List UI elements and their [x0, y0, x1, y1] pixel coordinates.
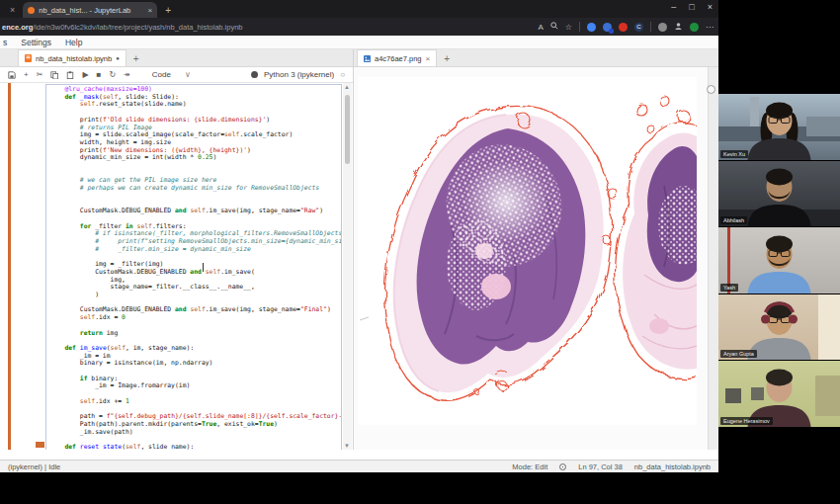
h-scrollbar-thumb[interactable] [36, 442, 44, 448]
status-filename: nb_data_histolab.ipynb [634, 462, 711, 471]
status-right: Mode: Edit Ln 97, Col 38 nb_data_histola… [512, 462, 711, 471]
scroll-indicator-icon[interactable] [707, 85, 715, 94]
search-icon[interactable] [550, 22, 558, 32]
collections-icon[interactable] [658, 23, 667, 32]
tab-image[interactable]: a4c76ae7.png × [357, 49, 437, 66]
text-cursor [201, 263, 207, 272]
url-text[interactable]: ence.org/ide/n3w0fv6lc2kdv/lab/tree/proj… [2, 23, 538, 32]
notebook-panel: nb_data_histolab.ipynb ● + + ✂ ▶ ■ ↻ [0, 49, 354, 450]
viewer-content[interactable] [354, 67, 718, 450]
unsaved-dot-icon[interactable]: ● [116, 55, 120, 61]
participant-name: Yash [720, 284, 738, 292]
favorites-star-icon[interactable]: ☆ [565, 23, 572, 32]
viewer-tab-bar: a4c76ae7.png × + [354, 49, 718, 67]
maximize-button[interactable]: □ [689, 2, 694, 12]
kernel-name[interactable]: Python 3 (ipykernel) [264, 70, 334, 79]
avatar[interactable] [690, 23, 699, 32]
address-bar[interactable]: ence.org/ide/n3w0fv6lc2kdv/lab/tree/proj… [0, 18, 718, 36]
jupyterlab-menu-bar: s Settings Help [0, 36, 718, 49]
address-bar-icons: A ☆ C ⋯ [538, 22, 714, 33]
image-viewer-panel: a4c76ae7.png × + [354, 49, 718, 450]
notebook-code-area[interactable]: @lru_cache(maxsize=100) def _mask(self, … [0, 83, 353, 450]
histology-image [358, 77, 697, 425]
notebook-tab-label: nb_data_histolab.ipynb [36, 54, 112, 63]
shared-screen: × nb_data_hist... - JupyterLab × + – □ ×… [0, 0, 840, 504]
scroll-down-icon[interactable]: ▼ [344, 443, 350, 449]
notebook-scrollbar[interactable]: ▲ ▼ [343, 83, 352, 450]
cell-type-dropdown[interactable]: Code∨ [152, 70, 191, 79]
scrollbar-thumb[interactable] [345, 95, 350, 164]
window-controls: – □ × [671, 2, 713, 12]
browser-tab-bar: × nb_data_hist... - JupyterLab × + – □ × [0, 0, 718, 18]
url-domain: ence.org [2, 23, 33, 32]
browser-tab-jupyterlab[interactable]: nb_data_hist... - JupyterLab × [23, 2, 157, 18]
menu-item-help[interactable]: Help [65, 38, 82, 47]
participant-name: Kevin Xu [720, 150, 748, 158]
minimize-button[interactable]: – [671, 2, 676, 12]
browser-menu-icon[interactable]: ⋯ [706, 23, 714, 32]
jupyter-favicon [28, 7, 35, 14]
viewer-tab-label: a4c76ae7.png [375, 54, 422, 63]
pinned-tab-close-icon[interactable]: × [10, 5, 15, 15]
new-notebook-tab-button[interactable]: + [133, 53, 139, 64]
browser-window: × nb_data_hist... - JupyterLab × + – □ ×… [0, 0, 718, 462]
participant-video-5[interactable]: Eugene Herasimov [718, 361, 840, 427]
kernel-indicator: Python 3 (ipykernel) ○ [251, 70, 345, 79]
scroll-up-icon[interactable]: ▲ [344, 84, 350, 90]
url-path: /ide/n3w0fv6lc2kdv/lab/tree/project/yash… [33, 23, 242, 32]
cell-type-value: Code [152, 70, 171, 79]
participant-video-1[interactable]: Kevin Xu [718, 94, 840, 160]
extension-icon-red[interactable] [619, 23, 628, 32]
new-viewer-tab-button[interactable]: + [444, 53, 450, 64]
notebook-tab-bar: nb_data_histolab.ipynb ● + [0, 49, 353, 67]
jupyterlab-app: s Settings Help nb_data_histolab.ipynb ●… [0, 36, 718, 462]
paste-cells-icon[interactable] [66, 71, 74, 79]
chevron-down-icon: ∨ [185, 70, 191, 79]
new-tab-button[interactable]: + [165, 5, 171, 16]
add-cell-icon[interactable]: + [24, 71, 29, 79]
participant-name: Eugene Herasimov [720, 417, 773, 425]
participant-name: Aryan Gupta [720, 350, 757, 358]
cursor-position[interactable]: Ln 97, Col 38 [578, 462, 623, 471]
participant-video-4[interactable]: Aryan Gupta [718, 294, 840, 361]
extension-icon-blue[interactable] [587, 23, 596, 32]
toolbar-divider [579, 22, 580, 32]
mode-indicator[interactable]: Mode: Edit [512, 462, 547, 471]
copy-cells-icon[interactable] [50, 71, 58, 79]
kernel-status-text[interactable]: (ipykernel) | Idle [8, 462, 60, 471]
code-text[interactable]: @lru_cache(maxsize=100) def _mask(self, … [49, 86, 341, 450]
extension-badge [609, 29, 614, 34]
extension-icon-blue-badged[interactable] [603, 23, 612, 32]
kernel-status-icon: ○ [340, 70, 345, 79]
cut-cells-icon[interactable]: ✂ [37, 71, 43, 79]
code-cell-editor[interactable]: @lru_cache(maxsize=100) def _mask(self, … [45, 84, 342, 450]
participant-strip: Kevin XuAbhilashYashAryan GuptaEugene He… [718, 94, 840, 427]
tab-close-icon[interactable]: × [148, 6, 153, 15]
status-bar: (ipykernel) | Idle Mode: Edit Ln 97, Col… [0, 460, 718, 472]
browser-tab-title: nb_data_hist... - JupyterLab [39, 6, 143, 15]
histology-svg [358, 77, 697, 425]
participant-video-2[interactable]: Abhilash [718, 161, 840, 227]
active-cell-ribbon[interactable] [8, 83, 11, 450]
read-aloud-icon[interactable]: A [538, 23, 543, 32]
stop-kernel-icon[interactable]: ■ [97, 71, 102, 79]
notebook-file-icon [25, 54, 32, 62]
png-file-icon [364, 55, 371, 62]
tab-close-icon[interactable]: × [426, 54, 431, 63]
participant-video-3[interactable]: Yash [718, 227, 840, 294]
run-cell-icon[interactable]: ▶ [82, 71, 88, 79]
extension-icon-dark[interactable]: C [634, 23, 643, 32]
save-icon[interactable] [8, 71, 16, 79]
restart-run-all-icon[interactable]: ↠ [124, 71, 130, 79]
viewer-scrollbar[interactable] [708, 67, 718, 450]
notebook-toolbar: + ✂ ▶ ■ ↻ ↠ Code∨ Python 3 (ipykernel) ○ [0, 67, 353, 83]
participant-name: Abhilash [720, 216, 747, 224]
menu-item-truncated[interactable]: s [3, 38, 7, 47]
profile-icon[interactable] [674, 22, 683, 33]
toolbar-divider [650, 22, 651, 32]
close-button[interactable]: × [708, 2, 713, 12]
gear-icon[interactable] [251, 71, 258, 78]
menu-item-settings[interactable]: Settings [21, 38, 51, 47]
restart-kernel-icon[interactable]: ↻ [109, 71, 116, 79]
tab-notebook[interactable]: nb_data_histolab.ipynb ● [18, 49, 126, 66]
